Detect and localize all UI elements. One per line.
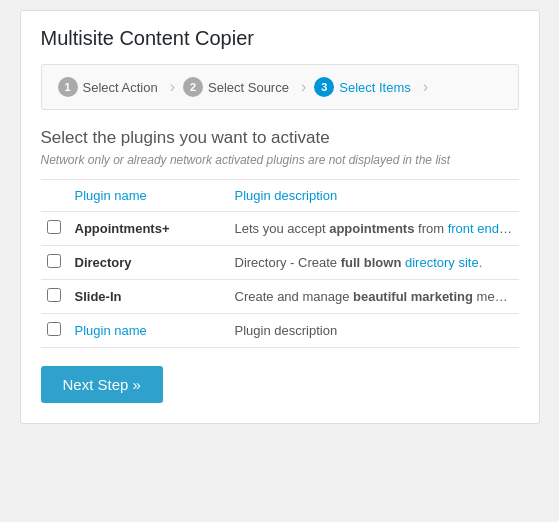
steps-wizard: 1 Select Action › 2 Select Source › 3 Se…	[41, 64, 519, 110]
plugin-check-1[interactable]	[41, 246, 69, 280]
step-3-label: Select Items	[339, 80, 411, 95]
header-description: Plugin description	[229, 180, 519, 212]
plugin-desc-1: Directory - Create full blown directory …	[229, 246, 519, 280]
plugin-checkbox-2[interactable]	[47, 288, 61, 302]
plugin-name-1: Directory	[69, 246, 229, 280]
plugin-checkbox-1[interactable]	[47, 254, 61, 268]
header-check-cell	[41, 180, 69, 212]
step-arrow-2: ›	[301, 79, 306, 95]
plugin-name-0: Appointments+	[69, 212, 229, 246]
plugin-row-2: Slide-In Create and manage beautiful mar…	[41, 280, 519, 314]
plugin-row-1: Directory Directory - Create full blown …	[41, 246, 519, 280]
step-2-label: Select Source	[208, 80, 289, 95]
plugin-name-2: Slide-In	[69, 280, 229, 314]
plugin-check-0[interactable]	[41, 212, 69, 246]
step-arrow-3: ›	[423, 79, 428, 95]
header-name: Plugin name	[69, 180, 229, 212]
table-header: Plugin name Plugin description	[41, 180, 519, 212]
plugin-row-0: Appointments+ Lets you accept appointmen…	[41, 212, 519, 246]
main-container: Multisite Content Copier 1 Select Action…	[20, 10, 540, 424]
step-2-number: 2	[183, 77, 203, 97]
plugin-row-3: Plugin name Plugin description	[41, 314, 519, 348]
plugins-table: Plugin name Plugin description Appointme…	[41, 179, 519, 348]
section-note: Network only or already network activate…	[41, 153, 519, 167]
header-description-text: Plugin description	[235, 188, 338, 203]
plugin-desc-0: Lets you accept appointments from front …	[229, 212, 519, 246]
step-1-number: 1	[58, 77, 78, 97]
plugin-name-3: Plugin name	[69, 314, 229, 348]
plugin-check-2[interactable]	[41, 280, 69, 314]
section-title: Select the plugins you want to activate	[41, 128, 519, 148]
plugin-check-3[interactable]	[41, 314, 69, 348]
step-3-number: 3	[314, 77, 334, 97]
step-3[interactable]: 3 Select Items	[308, 73, 421, 101]
next-step-button[interactable]: Next Step »	[41, 366, 163, 403]
plugin-desc-3: Plugin description	[229, 314, 519, 348]
plugin-checkbox-3[interactable]	[47, 322, 61, 336]
step-1[interactable]: 1 Select Action	[52, 73, 168, 101]
step-1-label: Select Action	[83, 80, 158, 95]
step-2[interactable]: 2 Select Source	[177, 73, 299, 101]
plugin-checkbox-0[interactable]	[47, 220, 61, 234]
page-title: Multisite Content Copier	[41, 27, 519, 50]
plugin-desc-text-3: Plugin description	[235, 323, 338, 338]
plugin-desc-2: Create and manage beautiful marketing me…	[229, 280, 519, 314]
step-arrow-1: ›	[170, 79, 175, 95]
